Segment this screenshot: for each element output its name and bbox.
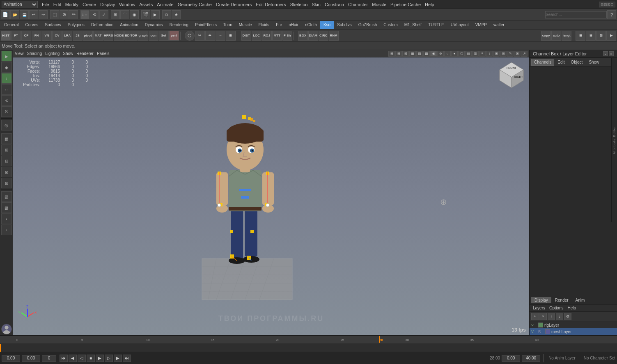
shelf-lengt[interactable]: lengt [562,31,571,41]
deform-btn[interactable]: ▩ [1,202,12,213]
tab-turtle[interactable]: TURTLE [425,21,447,29]
shelf-editor[interactable]: EDITOR [124,31,138,41]
vp-icon-9[interactable]: ○ [444,51,451,57]
viewport-3d[interactable]: Verts: 10127 0 0 Edges: 19866 0 0 Faces:… [13,57,529,335]
rotate-tool-btn[interactable]: ↔ [1,84,12,95]
vp-icon-6[interactable]: ▩ [423,51,430,57]
anim-start-field[interactable] [502,355,520,362]
sculpt-btn[interactable]: ▦ [1,133,12,144]
anim-end-field[interactable] [522,355,540,362]
ch-tab-edit[interactable]: Edit [555,59,567,66]
shelf-hist[interactable]: HIST [1,31,11,41]
vp-icon-4[interactable]: ▦ [409,51,416,57]
mode-dropdown[interactable]: Animation [2,1,38,8]
layer-btn[interactable]: ▨ [1,191,12,202]
shelf-dist[interactable]: DIST [241,31,251,41]
tab-dynamics[interactable]: Dynamics [142,21,166,29]
display-layer-btn[interactable]: D [162,10,171,19]
tab-polygons[interactable]: Polygons [64,21,88,29]
shelf-con[interactable]: con [149,31,158,41]
new-btn[interactable]: 📄 [1,10,10,19]
menu-muscle[interactable]: Muscle [370,1,388,8]
shelf-more3[interactable]: ⊠ [596,31,606,41]
shelf-diam[interactable]: DIAM [308,31,318,41]
paint-select-btn[interactable]: ◆ [1,62,12,73]
universal-manip-btn[interactable]: S [1,106,12,117]
paint-btn[interactable]: ⊞ [1,144,12,155]
goto-start-btn[interactable]: ⏮ [60,355,68,362]
tab-m1shelf[interactable]: M1_Shelf [401,21,425,29]
jiggle-btn[interactable]: ⊠ [1,167,12,177]
menu-skeleton[interactable]: Skeleton [289,1,310,8]
shelf-arrow[interactable]: → [216,31,225,41]
layer-vis-1[interactable]: V [531,330,537,334]
menu-create-deformers[interactable]: Create Deformers [214,1,253,8]
layer-vis-0[interactable]: V [531,323,537,327]
timeline-track[interactable] [0,344,617,352]
help-btn[interactable]: ? [607,10,616,19]
shelf-circ[interactable]: CIRC [319,31,328,41]
layer-dn-btn[interactable]: ↓ [556,313,563,320]
open-btn[interactable]: 📂 [10,10,19,19]
cluster-btn[interactable]: ⊟ [1,156,12,166]
tab-walter[interactable]: walter [490,21,508,29]
menu-display[interactable]: Display [99,1,117,8]
tab-fur[interactable]: Fur [273,21,285,29]
shelf-js[interactable]: JS [73,31,83,41]
viewport-menu-view[interactable]: View [15,51,24,56]
frame-field[interactable] [42,355,56,362]
snap-point[interactable]: ◉ [130,10,139,19]
layer-name-1[interactable]: meshLayer [551,330,571,334]
wrap-btn[interactable]: ▫ [1,224,12,235]
snap-grid[interactable]: ⊞ [111,10,120,19]
layer-del-btn[interactable]: × [539,313,547,320]
viewport-menu-renderer[interactable]: Renderer [76,51,94,56]
menu-assets[interactable]: Assets [138,1,154,8]
shelf-lra[interactable]: LRA [62,31,72,41]
layer-opts-btn[interactable]: ⚙ [564,313,571,320]
shelf-rnm[interactable]: RNM [329,31,339,41]
menu-skin[interactable]: Skin [310,1,322,8]
layer-render-1[interactable]: R [538,330,544,334]
vp-icon-16[interactable]: ⊞ [493,51,500,57]
vp-icon-8[interactable]: ⊙ [437,51,444,57]
scale-tool[interactable]: ⤢ [99,10,108,19]
panel-min-btn[interactable]: - [603,51,608,56]
shelf-roj[interactable]: ROJ [262,31,272,41]
quick-select-btn[interactable]: ★ [172,10,181,19]
vp-icon-2[interactable]: ⊟ [395,51,402,57]
tab-painteffects[interactable]: PaintEffects [192,21,220,29]
stop-btn[interactable]: ■ [87,355,95,362]
menu-modify[interactable]: Modify [64,1,80,8]
layout-buttons[interactable]: ⊞⊟⊠⊡ [599,2,615,7]
shelf-set[interactable]: Set [159,31,169,41]
search-field[interactable] [545,11,607,18]
vp-icon-17[interactable]: ⊟ [500,51,507,57]
shelf-scissors[interactable]: ✂ [195,31,205,41]
shelf-auto[interactable]: auto [551,31,561,41]
shelf-cv[interactable]: CV [52,31,62,41]
ch-tab-channels[interactable]: Channels [531,59,554,66]
layer-menu-help[interactable]: Help [566,305,578,311]
vp-icon-11[interactable]: ⬡ [458,51,465,57]
shelf-ft[interactable]: FT [11,31,21,41]
panel-close-btn[interactable]: × [609,51,614,56]
tab-uvlayout[interactable]: UVLayout [447,21,472,29]
save-btn[interactable]: 💾 [20,10,29,19]
shelf-pencil[interactable]: ✏ [205,31,215,41]
layer-new-btn[interactable]: + [531,313,539,320]
viewport[interactable]: View Shading Lighting Show Renderer Pane… [13,50,529,335]
vp-icon-3[interactable]: ⊠ [402,51,409,57]
tab-muscle[interactable]: Muscle [236,21,255,29]
shelf-more4[interactable]: ▶ [606,31,616,41]
layer-row-1[interactable]: V R meshLayer [530,328,617,335]
layer-row-0[interactable]: V rigLayer [530,322,617,328]
tab-surfaces[interactable]: Surfaces [41,21,64,29]
shelf-graph[interactable]: graph [138,31,148,41]
tab-animation[interactable]: Animation [117,21,141,29]
render-btn[interactable]: 🎬 [141,10,150,19]
select-tool-btn[interactable]: ▶ [1,51,12,62]
menu-character[interactable]: Character [346,1,369,8]
undo-btn[interactable]: ↩ [29,10,38,19]
shelf-node[interactable]: NODE [114,31,124,41]
